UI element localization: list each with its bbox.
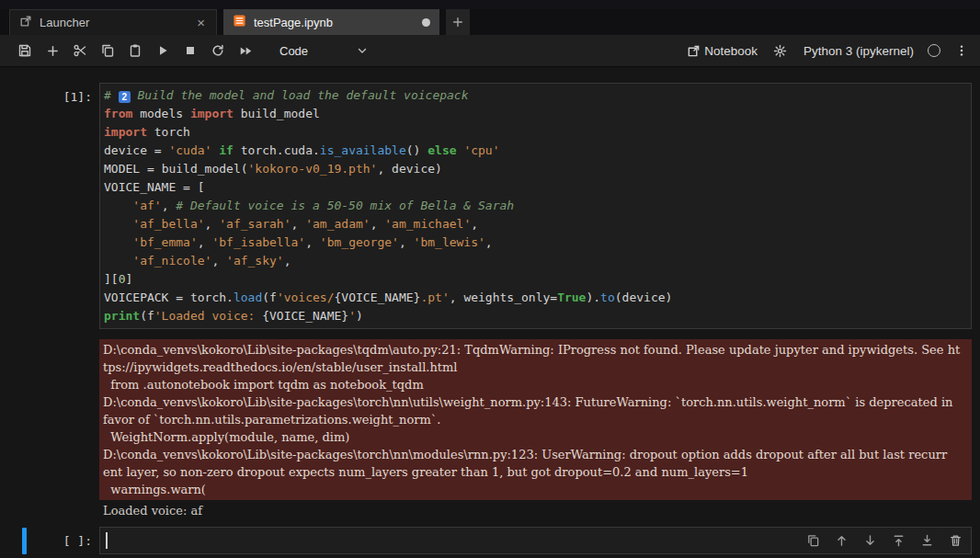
notebook-panel: [1]: # 2 Build the model and load the de…: [0, 67, 980, 558]
new-tab-button[interactable]: [446, 9, 470, 35]
code-line: VOICEPACK = torch.load(f'voices/{VOICE_N…: [104, 289, 967, 307]
stderr-line: favor of `torch.nn.utils.parametrization…: [103, 411, 968, 428]
copy-cells-button[interactable]: [94, 39, 121, 63]
code-line: import torch: [104, 123, 967, 142]
stderr-line: D:\conda_venvs\kokoro\Lib\site-packages\…: [103, 446, 968, 463]
stderr-output: D:\conda_venvs\kokoro\Lib\site-packages\…: [99, 339, 972, 500]
keycap-2-badge: 2: [119, 91, 131, 103]
code-line: MODEL = build_model('kokoro-v0_19.pth', …: [104, 160, 967, 178]
duplicate-cell-icon: [806, 534, 820, 548]
stderr-line: tps://ipywidgets.readthedocs.io/en/stabl…: [103, 359, 968, 376]
unsaved-changes-dot: [422, 18, 430, 27]
tab-launcher[interactable]: Launcher ×: [9, 9, 217, 35]
gear-icon: [773, 44, 787, 58]
trash-icon: [949, 534, 963, 548]
notebook-toolbar: Code Notebook Python 3 (ipykernel): [0, 35, 980, 67]
interface-switcher-button[interactable]: Notebook: [687, 44, 758, 58]
cell-toolbar: [805, 533, 963, 549]
stderr-line: from .autonotebook import tqdm as notebo…: [103, 376, 968, 393]
insert-cell-below-button[interactable]: [919, 533, 935, 549]
tab-launcher-label: Launcher: [40, 16, 188, 29]
stdout-output: Loaded voice: af: [99, 500, 972, 519]
execution-prompt: [ ]:: [63, 534, 92, 548]
chevron-down-icon: [356, 44, 369, 57]
gear-button[interactable]: [771, 39, 790, 63]
kebab-icon: [955, 43, 968, 58]
move-cell-down-button[interactable]: [862, 533, 878, 549]
insert-above-icon: [892, 534, 906, 548]
stderr-line: D:\conda_venvs\kokoro\Lib\site-packages\…: [103, 393, 968, 411]
move-cell-up-button[interactable]: [834, 533, 849, 549]
cell-type-label: Code: [279, 44, 308, 58]
code-line: 'af_nicole', 'af_sky',: [104, 252, 967, 270]
code-cell-2: [ ]:: [0, 527, 972, 554]
code-line: # 2 Build the model and load the default…: [104, 86, 967, 105]
window-titlebar: [0, 0, 980, 9]
insert-below-icon: [920, 534, 934, 548]
delete-cell-button[interactable]: [948, 533, 963, 549]
code-line: VOICE_NAME = [: [104, 178, 967, 197]
kebab-menu-button[interactable]: [954, 39, 969, 63]
code-editor[interactable]: # 2 Build the model and load the default…: [99, 83, 972, 329]
run-cell-button[interactable]: [149, 39, 177, 63]
code-line: 'af_bella', 'af_sarah', 'am_adam', 'am_m…: [104, 215, 967, 233]
insert-cell-button[interactable]: [39, 39, 66, 63]
empty-cell-editor[interactable]: [99, 527, 972, 554]
stderr-line: WeightNorm.apply(module, name, dim): [103, 428, 968, 446]
stderr-line: D:\conda_venvs\kokoro\Lib\site-packages\…: [103, 341, 968, 359]
code-line: print(f'Loaded voice: {VOICE_NAME}'): [104, 307, 967, 325]
code-line: 'bf_emma', 'bf_isabella', 'bm_george', '…: [104, 233, 967, 252]
arrow-down-icon: [863, 534, 877, 548]
cut-cells-button[interactable]: [66, 39, 94, 63]
tab-bar: Launcher × testPage.ipynb: [0, 9, 980, 35]
kernel-name-button[interactable]: Python 3 (ipykernel): [803, 44, 914, 58]
cell-type-dropdown[interactable]: Code: [274, 44, 374, 58]
code-line: 'af', # Default voice is a 50-50 mix of …: [104, 197, 967, 215]
restart-kernel-button[interactable]: [204, 39, 232, 63]
launcher-icon: [19, 15, 32, 30]
notebook-icon: [233, 14, 246, 30]
interrupt-kernel-button[interactable]: [177, 39, 204, 63]
save-button[interactable]: [11, 39, 39, 63]
interface-switcher-label: Notebook: [704, 44, 758, 58]
code-line: ][0]: [104, 270, 967, 289]
code-line: device = 'cuda' if torch.cuda.is_availab…: [104, 142, 967, 160]
external-link-icon: [687, 44, 701, 58]
insert-cell-above-button[interactable]: [891, 533, 906, 549]
stderr-line: warnings.warn(: [103, 481, 968, 498]
code-cell-1: [1]: # 2 Build the model and load the de…: [0, 83, 972, 519]
stderr-line: ent layer, so non-zero dropout expects n…: [103, 463, 968, 481]
text-caret: [106, 532, 108, 549]
paste-cells-button[interactable]: [121, 39, 149, 63]
restart-run-all-button[interactable]: [232, 39, 259, 63]
arrow-up-icon: [835, 534, 849, 548]
close-tab-icon[interactable]: ×: [195, 16, 207, 29]
code-line: from models import build_model: [104, 105, 967, 123]
duplicate-cell-button[interactable]: [805, 533, 821, 549]
tab-testpage-notebook[interactable]: testPage.ipynb: [223, 9, 439, 35]
kernel-status-indicator: [928, 44, 940, 57]
execution-prompt: [1]:: [63, 90, 92, 104]
tab-testpage-label: testPage.ipynb: [254, 16, 415, 29]
